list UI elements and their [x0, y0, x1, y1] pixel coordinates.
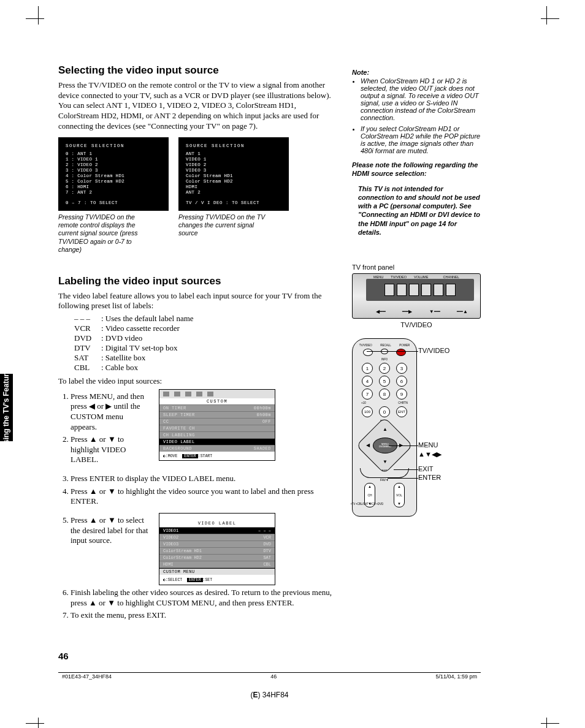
footer: #01E43-47_34HF84465/11/04, 1:59 pm — [58, 673, 481, 680]
callout-enter: ENTER — [418, 474, 441, 481]
callout-tvvideo: TV/VIDEO — [418, 347, 449, 354]
model-id: (E) 34HF84 — [58, 691, 481, 699]
osd-remote: SOURCE SELECTION 0 : ANT 1 1 : VIDEO 1 2… — [58, 137, 169, 211]
tv-panel-caption: TV/VIDEO — [352, 321, 481, 328]
step-6: Finish labeling the other video sources … — [71, 588, 337, 608]
labeling-lead: To label the video input sources: — [58, 376, 337, 387]
tv-front-panel-label: TV front panel — [352, 264, 481, 271]
labeling-intro: The video label feature allows you to la… — [58, 291, 337, 311]
hdmi-note-lead: Please note the following regarding the … — [352, 161, 481, 178]
note-heading: Note: — [352, 69, 481, 76]
hdmi-note-body: This TV is not intended for connection t… — [358, 184, 481, 237]
osd2-caption: Pressing TV/VIDEO on the TV changes the … — [178, 213, 274, 237]
page-number: 46 — [58, 651, 69, 661]
step-1: Press MENU, and then press ◀ or ▶ until … — [71, 392, 150, 433]
step-2: Press ▲ or ▼ to highlight VIDEO LABEL. — [71, 434, 150, 465]
heading-labeling: Labeling the video input sources — [58, 275, 337, 287]
side-tab: Using the TV's Features — [0, 374, 13, 441]
osd-tv: SOURCE SELECTION ANT 1 VIDEO 1 VIDEO 2 V… — [178, 137, 289, 211]
step-5: Press ▲ or ▼ to select the desired label… — [71, 515, 150, 546]
callout-arrows: ▲▼◀▶ — [418, 450, 442, 458]
selecting-body: Press the TV/VIDEO on the remote control… — [58, 80, 337, 131]
note-list: When ColorStream HD 1 or HD 2 is selecte… — [361, 77, 481, 154]
callout-exit: EXIT — [418, 465, 433, 472]
step-3: Press ENTER to display the VIDEO LABEL m… — [71, 474, 337, 484]
preset-label-list: – – –: Uses the default label name VCR: … — [74, 314, 337, 373]
osd1-caption: Pressing TV/VIDEO on the remote control … — [58, 213, 154, 254]
step-4: Press ▲ or ▼ to highlight the video sour… — [71, 487, 337, 507]
custom-menu-osd: CUSTOM ON TIMER00h00m SLEEP TIMER0h00m C… — [159, 389, 275, 461]
tv-front-panel-diagram: MENUTV/VIDEOVOLUMECHANNEL ◀━━━━▶▼━━━━▲ — [352, 273, 481, 319]
heading-selecting: Selecting the video input source — [58, 64, 337, 77]
step-7: To exit the menu, press EXIT. — [71, 610, 337, 621]
remote-diagram: TV/VIDEORECALLPOWER INFO 123 456 789 +10… — [352, 338, 417, 517]
video-label-osd: VIDEO LABEL VIDEO1– – – VIDEO2VCR VIDEO3… — [159, 513, 275, 585]
callout-menu: MENU — [418, 441, 438, 449]
